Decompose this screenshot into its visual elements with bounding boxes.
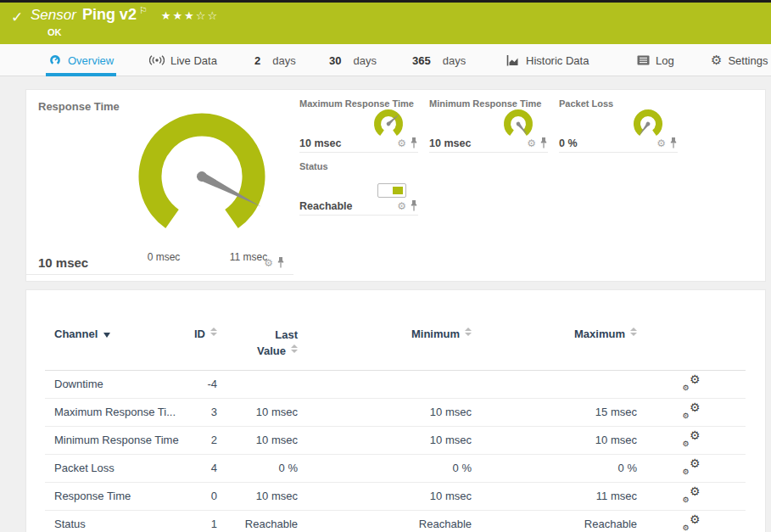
tab-label: days	[272, 54, 295, 67]
tab-label: Overview	[68, 54, 114, 67]
packet-loss-gauge-panel: Packet Loss 0 % ⚙	[559, 97, 678, 153]
tab-label: Log	[656, 54, 674, 67]
tab-historic-data[interactable]: Historic Data	[506, 44, 589, 76]
channel-id: 2	[183, 434, 217, 446]
column-header-minimum[interactable]: Minimum	[298, 328, 472, 340]
tab-bar: Overview Live Data 2 days 30 days 365 da…	[0, 44, 771, 76]
gauge-title: Status	[299, 160, 418, 171]
channel-maximum: 15 msec	[472, 406, 637, 418]
gauge-title: Maximum Response Time	[299, 97, 418, 109]
gauge-settings-gear-icon[interactable]: ⚙	[527, 138, 536, 148]
channel-settings-icon[interactable]: ⚙⚙	[683, 431, 701, 447]
channel-minimum: Reachable	[298, 518, 472, 530]
channel-id: 1	[183, 518, 217, 530]
gauge-settings-gear-icon[interactable]: ⚙	[264, 258, 273, 268]
live-icon	[149, 55, 165, 65]
gauge-scale-min-label: 0 msec	[148, 251, 181, 263]
gauge-title: Minimum Response Time	[429, 97, 548, 109]
channel-maximum: 11 msec	[472, 490, 637, 502]
sensor-kind-label: Sensor	[31, 7, 76, 24]
channel-minimum: 0 %	[298, 462, 472, 474]
status-channel-panel: Status Reachable ⚙	[299, 160, 418, 216]
channel-name[interactable]: Downtime	[54, 378, 183, 390]
tab-settings[interactable]: ⚙ Settings	[711, 44, 768, 76]
table-header-row: Channel ID Last Value Minimum Maximum	[45, 328, 746, 371]
tab-log[interactable]: Log	[637, 44, 674, 76]
historic-chart-icon	[506, 55, 520, 66]
channel-maximum: 10 msec	[472, 434, 637, 446]
sort-icon	[210, 328, 217, 336]
sort-icon	[465, 328, 472, 336]
table-row-downtime[interactable]: Downtime -4 ⚙⚙	[45, 371, 746, 399]
pin-icon[interactable]	[410, 137, 418, 148]
table-row-minimum-response-time[interactable]: Minimum Response Time 2 10 msec 10 msec …	[45, 427, 746, 455]
tab-365-days[interactable]: 365 days	[412, 44, 466, 76]
channel-id: 4	[183, 462, 217, 474]
pin-icon[interactable]	[539, 137, 548, 148]
gauge-value: 10 msec	[299, 137, 341, 149]
tab-2-days[interactable]: 2 days	[254, 44, 296, 76]
channel-last-value: 10 msec	[217, 434, 298, 446]
channel-settings-icon[interactable]: ⚙⚙	[683, 375, 701, 391]
tab-30-days[interactable]: 30 days	[329, 44, 377, 76]
channel-minimum: 10 msec	[298, 434, 472, 446]
gauge-value: Reachable	[299, 200, 353, 212]
tab-number: 365	[412, 54, 431, 67]
channel-settings-icon[interactable]: ⚙⚙	[683, 459, 701, 475]
tab-label: Live Data	[170, 54, 217, 67]
channel-last-value: Reachable	[217, 518, 298, 530]
gauge-settings-gear-icon[interactable]: ⚙	[656, 138, 666, 148]
table-row-status[interactable]: Status 1 Reachable Reachable Reachable ⚙…	[45, 511, 746, 532]
gauge-value: 10 msec	[38, 255, 88, 270]
priority-flag-icon[interactable]: ⚐	[139, 5, 148, 16]
channel-name[interactable]: Maximum Response Ti...	[54, 406, 183, 418]
overview-gauges-panel: Response Time 0 msec 11 msec 10 msec ⚙	[25, 89, 766, 282]
column-header-id[interactable]: ID	[183, 328, 217, 340]
gauge-settings-gear-icon[interactable]: ⚙	[397, 138, 406, 148]
gauge-icon	[48, 54, 62, 67]
prtg-sensor-page: ✓ Sensor Ping v2 ⚐ ★★★☆☆ OK Overview	[0, 0, 771, 532]
channel-maximum: 0 %	[472, 462, 637, 474]
pin-icon[interactable]	[410, 200, 418, 211]
status-toggle-knob	[393, 187, 403, 194]
status-toggle-indicator[interactable]	[377, 183, 406, 198]
log-list-icon	[637, 55, 650, 65]
gauge-title: Response Time	[38, 100, 120, 113]
gauge-value: 10 msec	[429, 137, 471, 149]
channel-id: 0	[183, 490, 217, 502]
channel-name[interactable]: Packet Loss	[54, 462, 183, 474]
channels-table-panel: Channel ID Last Value Minimum Maximum Do…	[25, 289, 766, 532]
channel-minimum: 10 msec	[298, 490, 472, 502]
channel-name[interactable]: Response Time	[54, 490, 183, 502]
sensor-title-block: Sensor Ping v2 ⚐ ★★★☆☆ OK	[31, 6, 219, 37]
tab-number: 2	[254, 54, 260, 67]
column-header-last-value[interactable]: Last Value	[217, 328, 298, 360]
channel-name[interactable]: Minimum Response Time	[54, 434, 183, 446]
gauge-value: 0 %	[559, 137, 578, 149]
column-header-maximum[interactable]: Maximum	[472, 328, 637, 340]
gauge-title: Packet Loss	[559, 97, 678, 109]
column-header-channel[interactable]: Channel	[54, 328, 183, 340]
channel-settings-icon[interactable]: ⚙⚙	[683, 403, 701, 419]
settings-gear-icon: ⚙	[711, 54, 722, 67]
table-row-response-time[interactable]: Response Time 0 10 msec 10 msec 11 msec …	[45, 483, 746, 511]
response-time-gauge[interactable]	[126, 110, 278, 244]
channel-last-value: 0 %	[217, 462, 298, 474]
response-time-gauge-panel: Response Time 0 msec 11 msec 10 msec ⚙	[26, 90, 293, 275]
tab-label: Historic Data	[526, 54, 589, 67]
channel-name[interactable]: Status	[54, 518, 183, 530]
channel-settings-icon[interactable]: ⚙⚙	[683, 515, 701, 531]
pin-icon[interactable]	[277, 257, 285, 268]
priority-stars[interactable]: ★★★☆☆	[161, 9, 219, 22]
gauge-settings-gear-icon[interactable]: ⚙	[397, 201, 406, 211]
table-row-maximum-response-time[interactable]: Maximum Response Ti... 3 10 msec 10 msec…	[45, 399, 746, 427]
tab-live-data[interactable]: Live Data	[149, 44, 217, 76]
tab-overview[interactable]: Overview	[48, 44, 114, 76]
table-row-packet-loss[interactable]: Packet Loss 4 0 % 0 % 0 % ⚙⚙	[45, 455, 746, 483]
pin-icon[interactable]	[669, 137, 678, 148]
status-ok-check-icon: ✓	[11, 8, 23, 25]
tab-label: days	[443, 54, 466, 67]
channel-last-value: 10 msec	[217, 406, 298, 418]
channel-id: 3	[183, 406, 217, 418]
channel-settings-icon[interactable]: ⚙⚙	[683, 487, 701, 503]
